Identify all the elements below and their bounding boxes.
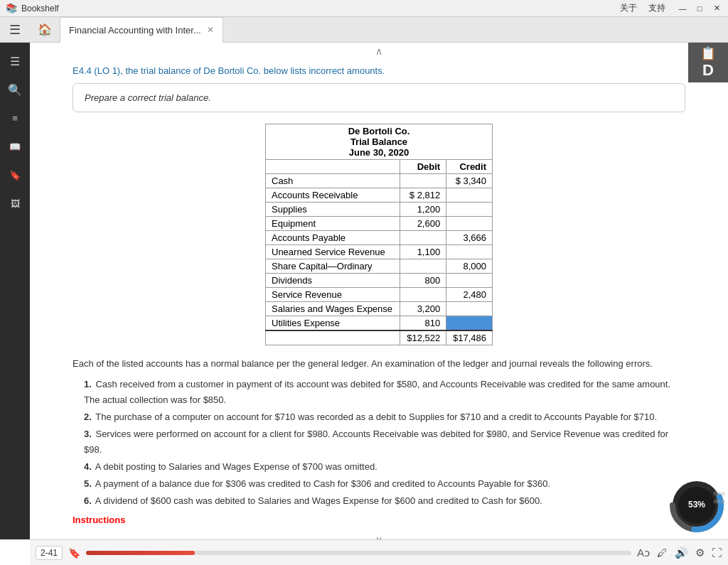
close-btn[interactable]: ✕ <box>711 3 722 14</box>
error-intro: Each of the listed accounts has a normal… <box>73 357 685 371</box>
total-row: $12,522 $17,486 <box>266 330 493 345</box>
progress-fill <box>86 551 195 555</box>
speed-stat1: 0K/s <box>714 490 725 497</box>
account-name-cell: Equipment <box>266 217 400 231</box>
error-list: 1. Cash received from a customer in paym… <box>73 377 685 510</box>
debit-cell: 810 <box>400 316 446 331</box>
fullscreen-icon[interactable]: ⛶ <box>712 547 722 559</box>
instruction-box: Prepare a correct trial balance. <box>73 83 685 112</box>
credit-cell <box>446 274 493 288</box>
highlight-icon[interactable]: 🖊 <box>657 547 668 559</box>
debit-cell: $ 2,812 <box>400 188 446 203</box>
instructions-link[interactable]: Instructions <box>73 515 685 525</box>
title-bar-controls: 关于 支持 <box>620 2 665 14</box>
table-row: Share Capital—Ordinary8,000 <box>266 259 493 274</box>
total-debit: $12,522 <box>400 330 446 345</box>
list-item: 4. A debit posting to Salaries and Wages… <box>84 459 685 475</box>
table-row: Unearned Service Revenue1,100 <box>266 245 493 259</box>
credit-cell <box>446 217 493 231</box>
audio-icon[interactable]: 🔊 <box>675 547 688 559</box>
credit-cell: 8,000 <box>446 259 493 274</box>
trial-balance-table: De Bortoli Co. Trial Balance June 30, 20… <box>265 124 493 345</box>
credit-cell <box>446 316 493 331</box>
scroll-up-btn[interactable]: ∧ <box>30 43 728 60</box>
total-credit: $17,486 <box>446 330 493 345</box>
credit-cell <box>446 188 493 203</box>
debit-cell: 800 <box>400 274 446 288</box>
credit-cell <box>446 203 493 217</box>
minimize-btn[interactable]: — <box>677 3 688 14</box>
col-account <box>266 160 400 174</box>
debit-cell <box>400 231 446 245</box>
list-item: 3. Services were performed on account fo… <box>84 426 685 458</box>
app-title: Bookshelf <box>21 4 620 14</box>
sidebar-menu-btn[interactable]: ☰ <box>2 48 28 74</box>
list-item: 1. Cash received from a customer in paym… <box>84 377 685 408</box>
table-row: Accounts Receivable$ 2,812 <box>266 188 493 203</box>
sidebar-search-btn[interactable]: 🔍 <box>2 77 28 102</box>
credit-cell <box>446 302 493 316</box>
maximize-btn[interactable]: □ <box>694 3 705 14</box>
debit-cell: 1,100 <box>400 245 446 259</box>
menu-button[interactable]: ☰ <box>0 17 30 43</box>
table-title-line3: June 30, 2020 <box>272 147 486 158</box>
debit-cell <box>400 174 446 188</box>
tab-financial-accounting[interactable]: Financial Accounting with Inter... ✕ <box>60 17 223 43</box>
sidebar-book-btn[interactable]: 📖 <box>2 134 28 159</box>
clipboard-btn[interactable]: 📋 D <box>688 43 728 82</box>
account-name-cell: Cash <box>266 174 400 188</box>
trial-balance-container: De Bortoli Co. Trial Balance June 30, 20… <box>73 124 685 345</box>
tab-label: Financial Accounting with Inter... <box>69 25 201 36</box>
list-item: 6. A dividend of $600 cash was debited t… <box>84 493 685 509</box>
home-button[interactable]: 🏠 <box>30 17 60 43</box>
table-row: Equipment2,600 <box>266 217 493 231</box>
debit-cell: 3,200 <box>400 302 446 316</box>
table-title-line2: Trial Balance <box>272 136 486 147</box>
table-title-line1: De Bortoli Co. <box>272 126 486 136</box>
col-debit: Debit <box>400 160 446 174</box>
account-name-cell: Salaries and Wages Expense <box>266 302 400 316</box>
speed-stats: 0K/s 0K/s <box>714 490 725 505</box>
settings-icon[interactable]: ⚙ <box>695 547 705 559</box>
table-row: Dividends800 <box>266 274 493 288</box>
credit-cell <box>446 245 493 259</box>
debit-cell: 2,600 <box>400 217 446 231</box>
tab-close-btn[interactable]: ✕ <box>207 25 214 35</box>
speed-value: 53% <box>688 500 705 510</box>
speed-stat2: 0K/s <box>714 497 725 505</box>
sidebar-bookmark-btn[interactable]: 🔖 <box>2 162 28 188</box>
table-title: De Bortoli Co. Trial Balance June 30, 20… <box>266 124 493 160</box>
list-item: 5. A payment of a balance due for $306 w… <box>84 476 685 492</box>
bottom-bar: 2-41 🔖 Aↄ 🖊 🔊 ⚙ ⛶ <box>30 539 728 565</box>
clipboard-panel: 📋 D <box>688 43 728 82</box>
support-btn[interactable]: 支持 <box>648 2 665 14</box>
account-name-cell: Dividends <box>266 274 400 288</box>
window-controls: — □ ✕ <box>677 3 722 14</box>
debit-cell <box>400 259 446 274</box>
sidebar-contents-btn[interactable]: ≡ <box>2 105 28 131</box>
table-row: Salaries and Wages Expense3,200 <box>266 302 493 316</box>
scroll-down-btn[interactable]: ∨ <box>30 531 728 539</box>
progress-bar[interactable] <box>86 551 631 555</box>
table-row: Supplies1,200 <box>266 203 493 217</box>
question-text: E4.4 (LO 1), the trial balance of De Bor… <box>73 65 685 76</box>
about-btn[interactable]: 关于 <box>620 2 637 14</box>
content-area: E4.4 (LO 1), the trial balance of De Bor… <box>30 60 728 531</box>
sidebar-image-btn[interactable]: 🖼 <box>2 190 28 216</box>
account-name-cell: Unearned Service Revenue <box>266 245 400 259</box>
account-name-cell: Supplies <box>266 203 400 217</box>
speedometer: 53% 0K/s 0K/s <box>670 478 724 532</box>
instruction-text: Prepare a correct trial balance. <box>85 92 211 103</box>
main-content: ∧ E4.4 (LO 1), the trial balance of De B… <box>30 43 728 539</box>
page-indicator: 2-41 <box>36 546 63 560</box>
account-name-cell: Service Revenue <box>266 288 400 302</box>
sidebar: ☰ 🔍 ≡ 📖 🔖 🖼 <box>0 43 30 539</box>
font-size-icon[interactable]: Aↄ <box>637 547 650 559</box>
tab-bar: ☰ 🏠 Financial Accounting with Inter... ✕ <box>0 17 728 43</box>
bottom-icons: Aↄ 🖊 🔊 ⚙ ⛶ <box>637 547 722 559</box>
table-row: Utilities Expense810 <box>266 316 493 331</box>
credit-cell: 3,666 <box>446 231 493 245</box>
account-name-cell: Accounts Receivable <box>266 188 400 203</box>
title-bar: 📚 Bookshelf 关于 支持 — □ ✕ <box>0 0 728 17</box>
bottom-bookmark-icon[interactable]: 🔖 <box>68 547 80 559</box>
